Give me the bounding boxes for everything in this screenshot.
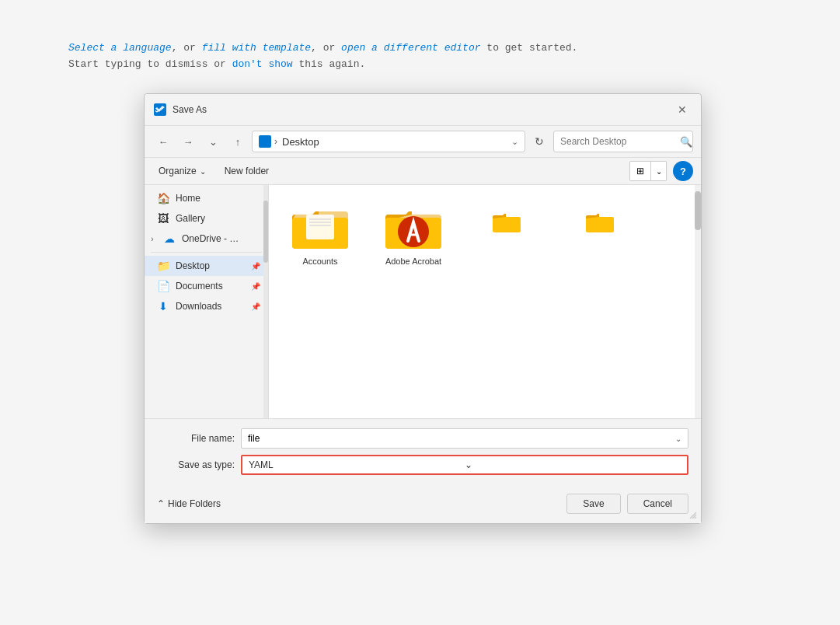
title-bar-left: Save As [154,103,207,116]
sidebar-item-documents-label: Documents [176,281,223,292]
save-button[interactable]: Save [566,494,620,514]
new-folder-button[interactable]: New folder [218,163,275,179]
sidebar-item-desktop[interactable]: 📁 Desktop 📌 [145,256,268,276]
view-toggle: ⊞ ⌄ [629,161,667,181]
svg-rect-1 [306,215,334,239]
hint-line1: Select a language, or fill with template… [68,40,577,57]
sidebar-item-desktop-label: Desktop [176,260,210,271]
resize-icon [688,511,698,520]
documents-pin-icon: 📌 [251,282,260,291]
documents-icon: 📄 [157,280,169,292]
hint-open-editor[interactable]: open a different editor [341,42,480,54]
folder-icon-adobe-acrobat [382,204,444,253]
desktop-icon: 📁 [157,260,169,272]
file-item-accounts[interactable]: Accounts [281,197,359,272]
search-input[interactable] [560,136,677,147]
up-button[interactable]: ↑ [227,131,249,152]
sidebar: 🏠 Home 🖼 Gallery › ☁ OneDrive - Perso 📁 … [145,185,269,418]
sidebar-item-onedrive-label: OneDrive - Perso [182,233,244,244]
view-icon[interactable]: ⊞ [629,161,651,181]
vscode-icon [154,103,166,116]
file-area-scrollbar[interactable] [695,185,701,418]
filename-row: File name: ⌄ [157,428,688,449]
address-folder-icon [259,135,271,148]
new-folder-label: New folder [225,166,269,176]
editor-hint: Select a language, or fill with template… [68,40,577,73]
onedrive-icon: ☁ [163,232,176,245]
bottom-form: File name: ⌄ Save as type: YAML ⌄ [145,418,701,487]
folder-icon-partial1 [476,210,538,235]
help-button[interactable]: ? [673,161,693,181]
savetype-value: YAML [249,459,465,470]
forward-button[interactable]: → [177,131,199,152]
sidebar-item-gallery[interactable]: 🖼 Gallery [145,208,268,229]
cancel-button[interactable]: Cancel [627,494,688,514]
folder-icon-accounts [289,204,351,253]
file-grid: Accounts [269,185,701,285]
home-icon: 🏠 [157,192,169,204]
file-item-accounts-name: Accounts [302,257,337,266]
main-content: 🏠 Home 🖼 Gallery › ☁ OneDrive - Perso 📁 … [145,185,701,418]
downloads-icon: ⬇ [157,300,169,312]
savetype-chevron-icon[interactable]: ⌄ [465,459,681,470]
organize-chevron-icon: ⌄ [200,167,206,176]
refresh-button[interactable]: ↻ [528,131,550,152]
organize-button[interactable]: Organize ⌄ [152,163,212,179]
address-bar[interactable]: › Desktop ⌄ [252,131,525,152]
filename-input-wrapper[interactable]: ⌄ [241,428,688,449]
close-button[interactable]: ✕ [673,100,692,119]
nav-bar: ← → ⌄ ↑ › Desktop ⌄ ↻ 🔍 [145,126,701,158]
sidebar-scrollbar-thumb [263,201,268,263]
sidebar-scrollbar[interactable] [263,185,268,418]
sidebar-item-documents[interactable]: 📄 Documents 📌 [145,276,268,296]
action-buttons: Save Cancel [566,494,688,514]
hide-folders-chevron-icon: ⌃ [157,498,165,509]
hint-fill-template[interactable]: fill with template [202,42,311,54]
savetype-row: Save as type: YAML ⌄ [157,455,688,475]
desktop-pin-icon: 📌 [251,262,260,271]
folder-icon-partial2 [569,210,631,235]
dialog-title: Save As [173,104,207,115]
expand-icon[interactable]: › [148,234,157,243]
file-item-adobe-name: Adobe Acrobat [385,257,441,266]
resize-handle[interactable] [688,511,698,520]
sidebar-item-gallery-label: Gallery [176,213,205,224]
sidebar-divider [151,252,262,253]
file-area-scrollbar-thumb [695,191,701,230]
file-item-folder4[interactable] [561,197,639,241]
file-item-folder3[interactable] [468,197,545,241]
file-area: Accounts [269,185,701,418]
sidebar-item-home[interactable]: 🏠 Home [145,188,268,208]
gallery-icon: 🖼 [157,212,169,225]
sidebar-item-downloads[interactable]: ⬇ Downloads 📌 [145,296,268,316]
savetype-label: Save as type: [157,459,235,470]
sidebar-item-home-label: Home [176,193,200,204]
filename-label: File name: [157,433,235,444]
downloads-pin-icon: 📌 [251,302,260,311]
filename-input[interactable] [248,433,675,444]
expand-button[interactable]: ⌄ [202,131,224,152]
sidebar-item-downloads-label: Downloads [176,301,221,312]
savetype-select[interactable]: YAML ⌄ [241,455,688,475]
title-bar: Save As ✕ [145,94,701,126]
organize-label: Organize [159,166,197,176]
view-chevron-icon[interactable]: ⌄ [651,161,667,181]
file-item-adobe-acrobat[interactable]: Adobe Acrobat [375,197,452,272]
bottom-actions: ⌃ Hide Folders Save Cancel [145,487,701,523]
hint-select-language[interactable]: Select a language [68,42,172,54]
address-text: Desktop [282,136,507,148]
back-button[interactable]: ← [152,131,174,152]
search-bar[interactable]: 🔍 [553,131,693,152]
search-icon[interactable]: 🔍 [680,136,692,148]
dont-show-link[interactable]: don't show [232,58,293,70]
address-chevron-icon[interactable]: ⌄ [511,137,518,147]
save-as-dialog: Save As ✕ ← → ⌄ ↑ › Desktop ⌄ ↻ 🔍 Organi… [144,93,702,524]
toolbar: Organize ⌄ New folder ⊞ ⌄ ? [145,158,701,185]
sidebar-item-onedrive[interactable]: › ☁ OneDrive - Perso [145,229,268,249]
hint-line2: Start typing to dismiss or don't show th… [68,57,577,73]
hide-folders-label: Hide Folders [168,498,221,509]
hide-folders-button[interactable]: ⌃ Hide Folders [157,498,221,509]
filename-chevron-icon[interactable]: ⌄ [675,435,681,443]
